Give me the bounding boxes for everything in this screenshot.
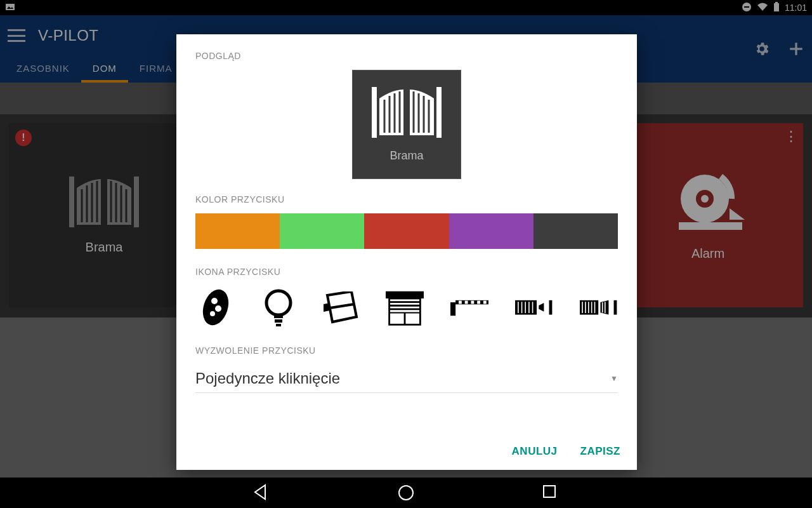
chevron-down-icon: ▼: [610, 374, 618, 383]
gate-icon: [372, 87, 442, 138]
svg-point-35: [215, 305, 221, 312]
svg-rect-57: [483, 301, 487, 304]
preview-section-label: PODGLĄD: [195, 51, 618, 61]
svg-rect-54: [465, 301, 468, 304]
color-picker: [195, 213, 618, 249]
svg-rect-39: [275, 319, 282, 323]
svg-point-36: [210, 311, 215, 316]
button-preview: Brama: [352, 70, 461, 179]
svg-rect-55: [471, 301, 474, 304]
svg-point-34: [211, 298, 218, 304]
trigger-value: Pojedyncze kliknięcie: [195, 370, 340, 387]
icon-section-label: IKONA PRZYCISKU: [195, 267, 618, 277]
cancel-button[interactable]: ANULUJ: [512, 445, 558, 458]
bulb-icon[interactable]: [261, 289, 297, 327]
android-nav-bar: [0, 478, 812, 508]
barrier-icon[interactable]: [450, 289, 488, 327]
svg-rect-65: [549, 300, 553, 315]
gate-swing-icon[interactable]: [580, 289, 618, 327]
color-red[interactable]: [364, 213, 449, 249]
icon-picker: [195, 286, 618, 330]
gate-sliding-icon[interactable]: [515, 289, 553, 327]
svg-rect-40: [276, 324, 281, 326]
svg-rect-78: [544, 486, 555, 497]
svg-marker-76: [255, 485, 265, 499]
svg-marker-64: [539, 303, 544, 312]
svg-rect-23: [372, 87, 377, 138]
svg-point-37: [266, 291, 291, 315]
trigger-dropdown[interactable]: Pojedyncze kliknięcie ▼: [195, 364, 618, 393]
preview-caption: Brama: [390, 149, 423, 163]
svg-line-42: [330, 304, 354, 308]
color-orange[interactable]: [195, 213, 280, 249]
svg-point-77: [399, 486, 413, 500]
svg-rect-24: [436, 87, 442, 138]
color-dark[interactable]: [534, 213, 618, 249]
window-icon[interactable]: [323, 289, 359, 327]
color-purple[interactable]: [449, 213, 534, 249]
remote-icon[interactable]: [198, 289, 234, 327]
svg-rect-51: [450, 302, 455, 316]
shutter-icon[interactable]: [386, 289, 424, 327]
edit-button-dialog: PODGLĄD Brama KOLOR PRZYCISKU: [176, 34, 637, 470]
svg-rect-38: [274, 314, 283, 318]
svg-rect-75: [614, 300, 617, 315]
color-section-label: KOLOR PRZYCISKU: [195, 194, 618, 204]
trigger-section-label: WYZWOLENIE PRZYCISKU: [195, 345, 618, 356]
save-button[interactable]: ZAPISZ: [580, 445, 620, 458]
svg-rect-56: [477, 301, 480, 304]
recents-button[interactable]: [542, 484, 560, 502]
color-green[interactable]: [280, 213, 364, 249]
svg-rect-53: [459, 301, 462, 304]
back-button[interactable]: [252, 484, 270, 502]
svg-marker-43: [324, 303, 330, 312]
svg-rect-44: [386, 291, 424, 298]
home-button[interactable]: [397, 484, 415, 502]
